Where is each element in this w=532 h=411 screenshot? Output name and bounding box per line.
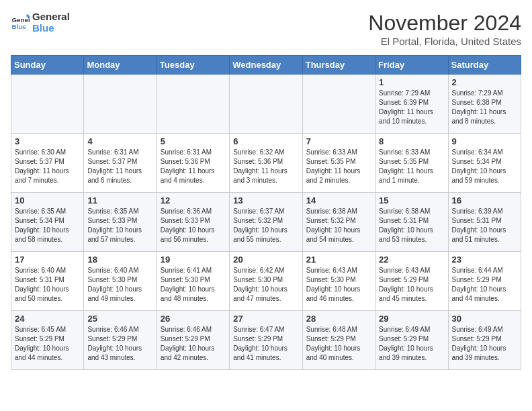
day-number: 24	[15, 314, 80, 324]
day-cell: 22Sunrise: 6:43 AM Sunset: 5:29 PM Dayli…	[375, 252, 448, 311]
day-info: Sunrise: 6:39 AM Sunset: 5:31 PM Dayligh…	[452, 207, 517, 244]
day-info: Sunrise: 6:46 AM Sunset: 5:29 PM Dayligh…	[87, 325, 152, 363]
title-area: November 2024 El Portal, Florida, United…	[368, 11, 521, 47]
day-header-wednesday: Wednesday	[230, 56, 302, 75]
day-cell: 15Sunrise: 6:38 AM Sunset: 5:31 PM Dayli…	[375, 193, 448, 252]
day-number: 17	[15, 255, 80, 265]
day-info: Sunrise: 6:33 AM Sunset: 5:35 PM Dayligh…	[306, 148, 371, 185]
day-cell: 2Sunrise: 7:29 AM Sunset: 6:38 PM Daylig…	[448, 75, 521, 134]
day-cell: 13Sunrise: 6:37 AM Sunset: 5:32 PM Dayli…	[230, 193, 302, 252]
day-number: 4	[87, 136, 152, 146]
day-cell: 12Sunrise: 6:36 AM Sunset: 5:33 PM Dayli…	[157, 193, 229, 252]
day-number: 6	[233, 136, 298, 146]
day-cell: 29Sunrise: 6:49 AM Sunset: 5:29 PM Dayli…	[375, 311, 448, 370]
day-cell	[84, 75, 157, 134]
logo-line1: General	[32, 11, 70, 22]
day-number: 23	[452, 255, 517, 265]
week-row-1: 1Sunrise: 7:29 AM Sunset: 6:39 PM Daylig…	[11, 75, 521, 134]
day-cell: 1Sunrise: 7:29 AM Sunset: 6:39 PM Daylig…	[375, 75, 448, 134]
day-number: 13	[233, 195, 298, 205]
day-number: 5	[161, 136, 226, 146]
day-info: Sunrise: 6:31 AM Sunset: 5:36 PM Dayligh…	[161, 148, 226, 185]
day-cell: 11Sunrise: 6:35 AM Sunset: 5:33 PM Dayli…	[84, 193, 157, 252]
day-info: Sunrise: 6:48 AM Sunset: 5:29 PM Dayligh…	[306, 325, 371, 363]
day-number: 3	[15, 136, 80, 146]
day-info: Sunrise: 6:41 AM Sunset: 5:30 PM Dayligh…	[161, 266, 226, 304]
calendar-header-row: SundayMondayTuesdayWednesdayThursdayFrid…	[11, 56, 521, 75]
day-number: 20	[233, 255, 298, 265]
day-number: 9	[452, 136, 517, 146]
day-cell: 19Sunrise: 6:41 AM Sunset: 5:30 PM Dayli…	[157, 252, 229, 311]
day-number: 28	[306, 314, 371, 324]
day-info: Sunrise: 6:34 AM Sunset: 5:34 PM Dayligh…	[452, 148, 517, 185]
day-number: 25	[87, 314, 152, 324]
day-number: 15	[379, 195, 444, 205]
day-cell	[11, 75, 84, 134]
day-info: Sunrise: 6:43 AM Sunset: 5:29 PM Dayligh…	[379, 266, 444, 304]
header: General Blue General Blue November 2024 …	[11, 11, 521, 47]
day-info: Sunrise: 6:30 AM Sunset: 5:37 PM Dayligh…	[15, 148, 80, 185]
day-cell: 4Sunrise: 6:31 AM Sunset: 5:37 PM Daylig…	[84, 134, 157, 193]
day-header-thursday: Thursday	[302, 56, 375, 75]
day-cell: 8Sunrise: 6:33 AM Sunset: 5:35 PM Daylig…	[375, 134, 448, 193]
svg-marker-2	[26, 13, 30, 16]
day-info: Sunrise: 6:46 AM Sunset: 5:29 PM Dayligh…	[161, 325, 226, 363]
day-number: 21	[306, 255, 371, 265]
day-info: Sunrise: 6:38 AM Sunset: 5:32 PM Dayligh…	[306, 207, 371, 244]
day-cell: 17Sunrise: 6:40 AM Sunset: 5:31 PM Dayli…	[11, 252, 84, 311]
day-info: Sunrise: 6:37 AM Sunset: 5:32 PM Dayligh…	[233, 207, 298, 244]
day-cell	[302, 75, 375, 134]
day-cell: 21Sunrise: 6:43 AM Sunset: 5:30 PM Dayli…	[302, 252, 375, 311]
day-number: 14	[306, 195, 371, 205]
day-number: 16	[452, 195, 517, 205]
day-number: 18	[87, 255, 152, 265]
month-title: November 2024	[368, 11, 521, 36]
day-number: 26	[161, 314, 226, 324]
week-row-2: 3Sunrise: 6:30 AM Sunset: 5:37 PM Daylig…	[11, 134, 521, 193]
day-header-monday: Monday	[84, 56, 157, 75]
svg-text:Blue: Blue	[11, 23, 26, 30]
location-subtitle: El Portal, Florida, United States	[368, 36, 521, 47]
day-number: 10	[15, 195, 80, 205]
day-header-friday: Friday	[375, 56, 448, 75]
logo: General Blue General Blue	[11, 11, 70, 34]
day-info: Sunrise: 6:49 AM Sunset: 5:29 PM Dayligh…	[452, 325, 517, 363]
day-cell: 20Sunrise: 6:42 AM Sunset: 5:30 PM Dayli…	[230, 252, 302, 311]
day-cell: 25Sunrise: 6:46 AM Sunset: 5:29 PM Dayli…	[84, 311, 157, 370]
day-info: Sunrise: 6:31 AM Sunset: 5:37 PM Dayligh…	[87, 148, 152, 185]
day-cell: 18Sunrise: 6:40 AM Sunset: 5:30 PM Dayli…	[84, 252, 157, 311]
week-row-4: 17Sunrise: 6:40 AM Sunset: 5:31 PM Dayli…	[11, 252, 521, 311]
day-number: 1	[379, 77, 444, 87]
day-info: Sunrise: 6:45 AM Sunset: 5:29 PM Dayligh…	[15, 325, 80, 363]
day-header-saturday: Saturday	[448, 56, 521, 75]
day-cell: 3Sunrise: 6:30 AM Sunset: 5:37 PM Daylig…	[11, 134, 84, 193]
day-cell: 6Sunrise: 6:32 AM Sunset: 5:36 PM Daylig…	[230, 134, 302, 193]
day-header-tuesday: Tuesday	[157, 56, 229, 75]
day-header-sunday: Sunday	[11, 56, 84, 75]
day-number: 30	[452, 314, 517, 324]
day-cell: 9Sunrise: 6:34 AM Sunset: 5:34 PM Daylig…	[448, 134, 521, 193]
day-cell	[230, 75, 302, 134]
day-cell: 5Sunrise: 6:31 AM Sunset: 5:36 PM Daylig…	[157, 134, 229, 193]
day-cell: 7Sunrise: 6:33 AM Sunset: 5:35 PM Daylig…	[302, 134, 375, 193]
calendar-table: SundayMondayTuesdayWednesdayThursdayFrid…	[11, 55, 521, 370]
day-cell: 10Sunrise: 6:35 AM Sunset: 5:34 PM Dayli…	[11, 193, 84, 252]
day-number: 2	[452, 77, 517, 87]
day-info: Sunrise: 6:36 AM Sunset: 5:33 PM Dayligh…	[161, 207, 226, 244]
day-number: 11	[87, 195, 152, 205]
day-cell: 26Sunrise: 6:46 AM Sunset: 5:29 PM Dayli…	[157, 311, 229, 370]
day-cell: 30Sunrise: 6:49 AM Sunset: 5:29 PM Dayli…	[448, 311, 521, 370]
week-row-5: 24Sunrise: 6:45 AM Sunset: 5:29 PM Dayli…	[11, 311, 521, 370]
day-info: Sunrise: 7:29 AM Sunset: 6:38 PM Dayligh…	[452, 89, 517, 126]
day-number: 29	[379, 314, 444, 324]
logo-line2: Blue	[32, 22, 70, 34]
day-number: 27	[233, 314, 298, 324]
day-info: Sunrise: 6:43 AM Sunset: 5:30 PM Dayligh…	[306, 266, 371, 304]
day-info: Sunrise: 6:49 AM Sunset: 5:29 PM Dayligh…	[379, 325, 444, 363]
day-number: 19	[161, 255, 226, 265]
day-cell: 24Sunrise: 6:45 AM Sunset: 5:29 PM Dayli…	[11, 311, 84, 370]
week-row-3: 10Sunrise: 6:35 AM Sunset: 5:34 PM Dayli…	[11, 193, 521, 252]
day-info: Sunrise: 6:44 AM Sunset: 5:29 PM Dayligh…	[452, 266, 517, 304]
day-number: 7	[306, 136, 371, 146]
day-number: 22	[379, 255, 444, 265]
